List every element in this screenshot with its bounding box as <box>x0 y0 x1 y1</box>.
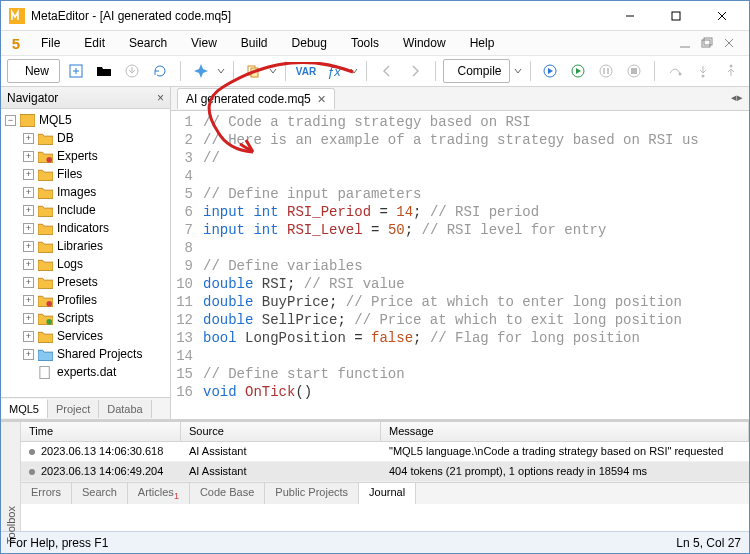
tree-item[interactable]: +Files <box>1 165 170 183</box>
navtab-database[interactable]: Databa <box>99 400 151 418</box>
copy-button[interactable] <box>241 59 265 83</box>
tree-item[interactable]: +Scripts <box>1 309 170 327</box>
menu-view[interactable]: View <box>179 33 229 53</box>
open-button[interactable] <box>92 59 116 83</box>
mdi-close-icon[interactable] <box>721 35 737 51</box>
log-col-message[interactable]: Message <box>381 422 749 441</box>
step-out-icon <box>723 63 739 79</box>
tree-item[interactable]: +Include <box>1 201 170 219</box>
status-bar: For Help, press F1 Ln 5, Col 27 <box>1 531 749 553</box>
pause-icon <box>598 63 614 79</box>
back-button[interactable] <box>375 59 399 83</box>
tree-item[interactable]: +Logs <box>1 255 170 273</box>
tree-item[interactable]: +DB <box>1 129 170 147</box>
mdi-minimize-icon[interactable] <box>677 35 693 51</box>
navtab-project[interactable]: Project <box>48 400 99 418</box>
tree-item[interactable]: +Shared Projects <box>1 345 170 363</box>
tree-item[interactable]: +Experts <box>1 147 170 165</box>
menu-window[interactable]: Window <box>391 33 458 53</box>
navigator-close-icon[interactable]: × <box>157 91 164 105</box>
step-in-button[interactable] <box>691 59 715 83</box>
maximize-button[interactable] <box>653 2 699 30</box>
svg-point-32 <box>46 300 52 306</box>
arrow-left-icon <box>379 63 395 79</box>
save-icon <box>124 63 140 79</box>
stop-icon <box>626 63 642 79</box>
compile-dropdown[interactable] <box>514 67 522 75</box>
toolbar: New VAR ƒx Compile <box>1 55 749 87</box>
forward-button[interactable] <box>403 59 427 83</box>
step-out-button[interactable] <box>719 59 743 83</box>
navigator-tree[interactable]: −MQL5+DB+Experts+Files+Images+Include+In… <box>1 109 170 397</box>
compile-button[interactable]: Compile <box>443 59 509 83</box>
log-col-source[interactable]: Source <box>181 422 381 441</box>
refresh-icon <box>152 63 168 79</box>
code-content[interactable]: // Code a trading strategy based on RSI/… <box>199 111 749 419</box>
tree-item[interactable]: +Libraries <box>1 237 170 255</box>
log-row[interactable]: 2023.06.13 14:06:49.204AI Assistant404 t… <box>21 462 749 482</box>
svg-point-22 <box>600 65 612 77</box>
tree-item[interactable]: +Presets <box>1 273 170 291</box>
menu-help[interactable]: Help <box>458 33 507 53</box>
menu-tools[interactable]: Tools <box>339 33 391 53</box>
sparkle-icon <box>193 63 209 79</box>
copy-dropdown[interactable] <box>269 67 277 75</box>
tree-item[interactable]: experts.dat <box>1 363 170 381</box>
ai-dropdown[interactable] <box>217 67 225 75</box>
minimize-button[interactable] <box>607 2 653 30</box>
menu-build[interactable]: Build <box>229 33 280 53</box>
toolbox-label: Toolbox <box>5 506 17 544</box>
run-button[interactable] <box>566 59 590 83</box>
stop-button[interactable] <box>622 59 646 83</box>
menu-file[interactable]: File <box>29 33 72 53</box>
close-tab-icon[interactable]: ✕ <box>317 93 326 106</box>
navigator-title: Navigator <box>7 91 58 105</box>
btab-codebase[interactable]: Code Base <box>190 483 265 504</box>
btab-journal[interactable]: Journal <box>359 483 416 504</box>
menu-edit[interactable]: Edit <box>72 33 117 53</box>
btab-public[interactable]: Public Projects <box>265 483 359 504</box>
copy-icon <box>245 63 261 79</box>
play-icon <box>570 63 586 79</box>
tree-root[interactable]: −MQL5 <box>1 111 170 129</box>
app-icon <box>9 8 25 24</box>
menu-search[interactable]: Search <box>117 33 179 53</box>
save-button[interactable] <box>120 59 144 83</box>
file-tab[interactable]: AI generated code.mq5 ✕ <box>177 88 335 109</box>
svg-point-28 <box>702 75 705 78</box>
log-row[interactable]: 2023.06.13 14:06:30.618AI Assistant"MQL5… <box>21 442 749 462</box>
step-over-button[interactable] <box>663 59 687 83</box>
pause-button[interactable] <box>594 59 618 83</box>
close-button[interactable] <box>699 2 745 30</box>
navigator-header: Navigator × <box>1 87 170 109</box>
tree-item[interactable]: +Indicators <box>1 219 170 237</box>
editor-panel: AI generated code.mq5 ✕ ◂▸ 1234567891011… <box>171 87 749 419</box>
fx-button[interactable]: ƒx <box>322 59 346 83</box>
tree-item[interactable]: +Images <box>1 183 170 201</box>
log-col-time[interactable]: Time <box>21 422 181 441</box>
mdi-restore-icon[interactable] <box>699 35 715 51</box>
fx-dropdown[interactable] <box>350 67 358 75</box>
toolbox-toggle[interactable]: Toolbox <box>1 422 21 531</box>
menu-debug[interactable]: Debug <box>280 33 339 53</box>
svg-rect-2 <box>672 12 680 20</box>
btab-articles[interactable]: Articles1 <box>128 483 190 504</box>
line-gutter: 12345678910111213141516 <box>171 111 199 419</box>
tabs-overflow-icon[interactable]: ◂▸ <box>731 91 743 104</box>
svg-rect-6 <box>702 40 710 47</box>
navtab-mql5[interactable]: MQL5 <box>1 399 48 418</box>
refresh-button[interactable] <box>148 59 172 83</box>
tree-item[interactable]: +Profiles <box>1 291 170 309</box>
ai-sparkle-button[interactable] <box>189 59 213 83</box>
step-in-icon <box>695 63 711 79</box>
new-label: New <box>25 64 49 78</box>
tree-item[interactable]: +Services <box>1 327 170 345</box>
step-over-icon <box>667 63 683 79</box>
debug-start-button[interactable] <box>538 59 562 83</box>
btab-errors[interactable]: Errors <box>21 483 72 504</box>
code-editor[interactable]: 12345678910111213141516 // Code a tradin… <box>171 111 749 419</box>
new-button[interactable]: New <box>7 59 60 83</box>
new-window-button[interactable] <box>64 59 88 83</box>
btab-search[interactable]: Search <box>72 483 128 504</box>
var-button[interactable]: VAR <box>294 59 318 83</box>
